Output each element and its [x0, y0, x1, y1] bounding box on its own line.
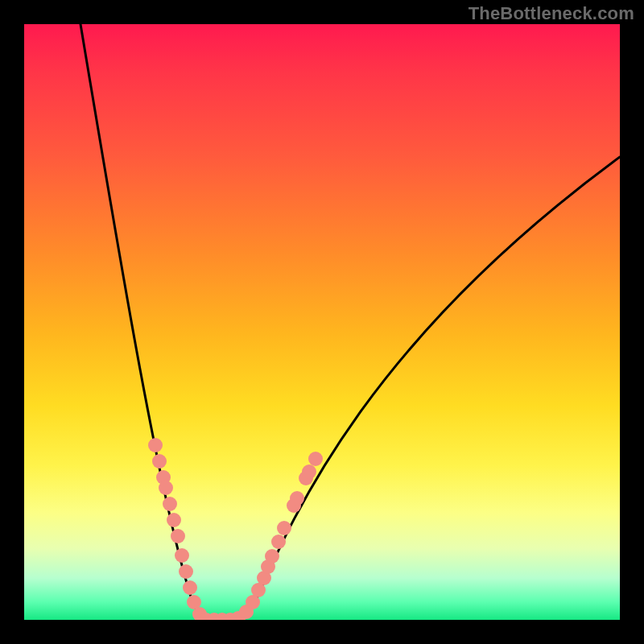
sample-point: [167, 513, 181, 527]
bottleneck-curve: [80, 24, 620, 620]
sample-point: [163, 497, 177, 511]
sample-point: [308, 452, 323, 466]
sample-point: [265, 549, 279, 564]
sample-point: [179, 564, 193, 579]
sample-point: [271, 535, 286, 549]
sample-point: [302, 464, 316, 479]
plot-area: [24, 24, 620, 620]
sample-point: [148, 438, 163, 452]
sample-point: [159, 481, 173, 495]
watermark-label: TheBottleneck.com: [469, 3, 634, 24]
sample-point: [183, 580, 197, 595]
sample-point: [277, 521, 291, 535]
sample-point: [152, 454, 167, 469]
sample-points-group: [148, 438, 323, 620]
plot-svg: [24, 24, 620, 620]
sample-point: [290, 491, 304, 506]
sample-point: [171, 529, 185, 543]
sample-point: [175, 548, 189, 563]
chart-stage: TheBottleneck.com: [0, 0, 644, 644]
